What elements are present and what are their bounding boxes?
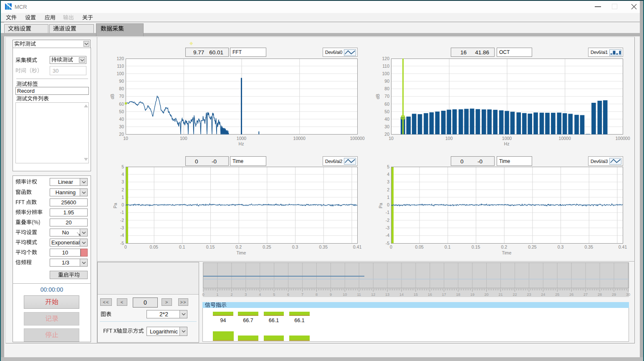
svg-text:0.1: 0.1 — [444, 244, 451, 249]
svg-text:3: 3 — [245, 292, 247, 297]
svg-text:30: 30 — [119, 124, 124, 129]
svg-text:30: 30 — [626, 292, 630, 297]
svg-text:1: 1 — [216, 292, 218, 297]
svg-text:0: 0 — [390, 244, 392, 249]
svg-text:11: 11 — [357, 292, 361, 297]
svg-text:3: 3 — [387, 179, 389, 184]
svg-text:21: 21 — [498, 292, 503, 297]
svg-text:0.3: 0.3 — [558, 244, 564, 249]
svg-text:-5: -5 — [386, 241, 389, 246]
svg-text:0.15: 0.15 — [472, 244, 480, 249]
svg-text:0.25: 0.25 — [528, 244, 537, 249]
svg-text:24: 24 — [541, 292, 545, 297]
svg-text:4: 4 — [259, 292, 261, 297]
svg-text:29: 29 — [612, 292, 616, 297]
svg-text:0.15: 0.15 — [206, 244, 215, 249]
svg-text:4: 4 — [121, 172, 124, 177]
svg-text:1000: 1000 — [502, 136, 512, 141]
svg-text:10000: 10000 — [559, 136, 571, 141]
svg-text:2: 2 — [230, 292, 232, 297]
svg-text:100: 100 — [445, 136, 453, 141]
svg-text:5: 5 — [387, 164, 389, 169]
svg-text:15: 15 — [414, 292, 418, 297]
svg-text:0.05: 0.05 — [149, 244, 158, 249]
svg-text:80: 80 — [119, 86, 124, 91]
svg-text:0.2: 0.2 — [501, 244, 507, 249]
svg-text:16: 16 — [428, 292, 432, 297]
svg-text:12: 12 — [371, 292, 375, 297]
svg-text:14: 14 — [399, 292, 404, 297]
svg-text:10: 10 — [123, 136, 128, 141]
svg-text:-4: -4 — [120, 233, 124, 238]
svg-text:18: 18 — [456, 292, 460, 297]
svg-text:Hz: Hz — [504, 141, 510, 146]
svg-text:70: 70 — [384, 94, 389, 99]
svg-text:0.35: 0.35 — [319, 244, 328, 249]
svg-text:26: 26 — [569, 292, 573, 297]
svg-text:-1: -1 — [386, 210, 389, 215]
svg-text:0.05: 0.05 — [415, 244, 424, 249]
svg-text:13: 13 — [385, 292, 389, 297]
svg-text:50: 50 — [119, 109, 124, 114]
svg-text:dB: dB — [110, 94, 115, 99]
svg-text:22: 22 — [513, 292, 517, 297]
svg-text:100: 100 — [180, 136, 187, 141]
svg-text:4: 4 — [387, 172, 389, 177]
svg-text:-4: -4 — [386, 233, 389, 238]
svg-text:0.35: 0.35 — [585, 244, 593, 249]
svg-text:70: 70 — [119, 94, 124, 99]
svg-text:60: 60 — [119, 102, 124, 107]
svg-text:0.2: 0.2 — [235, 244, 242, 249]
svg-text:1000: 1000 — [237, 136, 247, 141]
svg-text:30: 30 — [384, 124, 389, 129]
svg-text:Pa: Pa — [113, 203, 118, 208]
svg-text:90: 90 — [119, 79, 124, 84]
svg-text:20: 20 — [485, 292, 489, 297]
svg-text:-3: -3 — [120, 225, 124, 230]
svg-text:10: 10 — [343, 292, 347, 297]
svg-text:0.41: 0.41 — [619, 244, 627, 249]
svg-text:-1: -1 — [120, 210, 124, 215]
svg-text:110: 110 — [117, 64, 124, 69]
svg-text:90: 90 — [384, 79, 389, 84]
svg-text:120: 120 — [382, 56, 389, 61]
svg-text:0: 0 — [387, 202, 389, 207]
svg-text:0.25: 0.25 — [263, 244, 271, 249]
svg-text:100: 100 — [382, 71, 389, 76]
svg-text:60: 60 — [384, 102, 389, 107]
svg-text:7: 7 — [301, 292, 303, 297]
svg-text:100000: 100000 — [615, 136, 630, 141]
svg-text:0: 0 — [202, 292, 204, 297]
svg-text:9: 9 — [330, 292, 332, 297]
svg-text:8: 8 — [316, 292, 318, 297]
svg-text:40: 40 — [384, 117, 389, 122]
svg-text:Hz: Hz — [239, 141, 244, 146]
svg-text:2: 2 — [387, 187, 389, 192]
svg-text:0: 0 — [124, 244, 127, 249]
svg-text:6: 6 — [287, 292, 289, 297]
svg-text:17: 17 — [442, 292, 446, 297]
svg-text:40: 40 — [119, 117, 124, 122]
svg-text:10000: 10000 — [293, 136, 306, 141]
svg-text:Time: Time — [502, 250, 512, 255]
svg-text:5: 5 — [121, 164, 124, 169]
svg-text:2: 2 — [121, 187, 124, 192]
svg-text:25: 25 — [555, 292, 559, 297]
svg-text:-3: -3 — [386, 225, 389, 230]
svg-text:0.41: 0.41 — [353, 244, 362, 249]
svg-text:Time: Time — [237, 250, 246, 255]
svg-text:1: 1 — [387, 195, 389, 200]
svg-text:19: 19 — [470, 292, 475, 297]
svg-text:100: 100 — [116, 71, 124, 76]
svg-text:0.3: 0.3 — [292, 244, 298, 249]
svg-text:5: 5 — [273, 292, 275, 297]
svg-text:0: 0 — [121, 202, 124, 207]
svg-text:50: 50 — [384, 109, 389, 114]
svg-text:80: 80 — [384, 86, 389, 91]
svg-text:dB: dB — [375, 94, 380, 99]
svg-text:23: 23 — [527, 292, 531, 297]
svg-text:10: 10 — [389, 136, 394, 141]
svg-text:28: 28 — [598, 292, 602, 297]
svg-text:1: 1 — [121, 195, 124, 200]
svg-text:110: 110 — [382, 64, 389, 69]
